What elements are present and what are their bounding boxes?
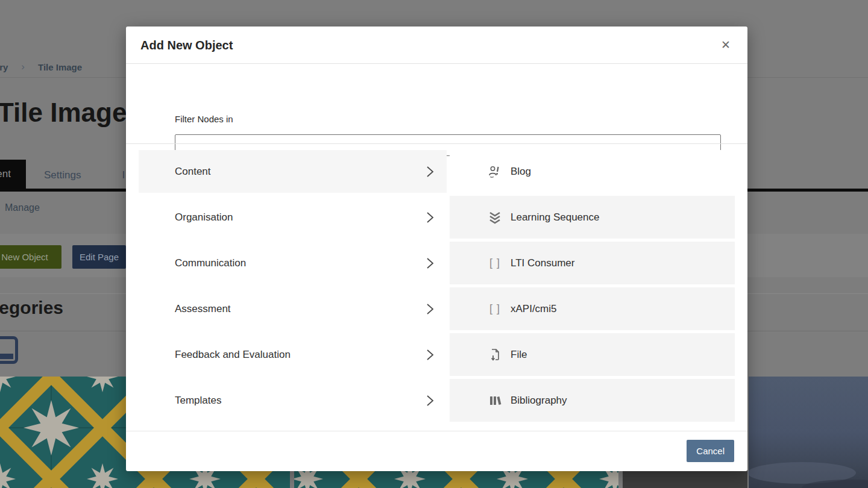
item-label: Blog [511, 166, 531, 178]
category-label: Feedback and Evaluation [175, 349, 425, 361]
filter-section-divider [126, 143, 747, 144]
item-label: xAPI/cmi5 [511, 303, 557, 315]
chevron-right-icon [425, 393, 435, 408]
chevron-right-icon [425, 256, 435, 271]
item-row-blog[interactable]: Blog [450, 150, 735, 193]
category-row-templates[interactable]: Templates [139, 379, 447, 422]
learning-sequence-icon [487, 210, 503, 225]
category-row-organisation[interactable]: Organisation [139, 196, 447, 239]
item-row-xapi-cmi5[interactable]: [ ] xAPI/cmi5 [450, 287, 735, 330]
item-row-file[interactable]: File [450, 333, 735, 376]
item-label: Bibliography [511, 395, 567, 407]
category-row-content[interactable]: Content [139, 150, 447, 193]
chevron-right-icon [425, 302, 435, 316]
square-brackets-icon: [ ] [487, 301, 503, 317]
category-label: Content [175, 166, 425, 178]
item-label: File [511, 349, 527, 361]
item-row-lti-consumer[interactable]: [ ] LTI Consumer [450, 242, 735, 284]
item-row-learning-sequence[interactable]: Learning Sequence [450, 196, 735, 239]
chevron-right-icon [425, 348, 435, 362]
item-row-bibliography[interactable]: Bibliography [450, 379, 735, 422]
category-row-feedback-and-evaluation[interactable]: Feedback and Evaluation [139, 333, 447, 376]
category-label: Communication [175, 257, 425, 269]
close-icon[interactable]: ✕ [719, 38, 733, 52]
category-label: Templates [175, 395, 425, 407]
chevron-right-icon [425, 210, 435, 225]
add-new-object-dialog: Add New Object ✕ Filter Nodes in Content… [126, 27, 747, 471]
category-label: Assessment [175, 303, 425, 315]
blog-icon [487, 164, 503, 180]
dialog-header: Add New Object ✕ [126, 27, 747, 64]
dialog-footer: Cancel [126, 431, 747, 471]
category-row-communication[interactable]: Communication [139, 242, 447, 284]
cancel-button[interactable]: Cancel [687, 440, 734, 462]
item-label: Learning Sequence [511, 211, 599, 224]
books-icon [487, 393, 503, 408]
category-label: Organisation [175, 211, 425, 224]
square-brackets-icon: [ ] [487, 255, 503, 271]
page: ory › Tile Image Tile Image Content Sett… [0, 0, 868, 488]
filter-nodes-label: Filter Nodes in [175, 114, 233, 124]
file-download-icon [487, 347, 503, 363]
chevron-right-icon [425, 164, 435, 179]
category-row-assessment[interactable]: Assessment [139, 287, 447, 330]
dialog-title: Add New Object [140, 27, 233, 64]
item-label: LTI Consumer [511, 257, 574, 269]
